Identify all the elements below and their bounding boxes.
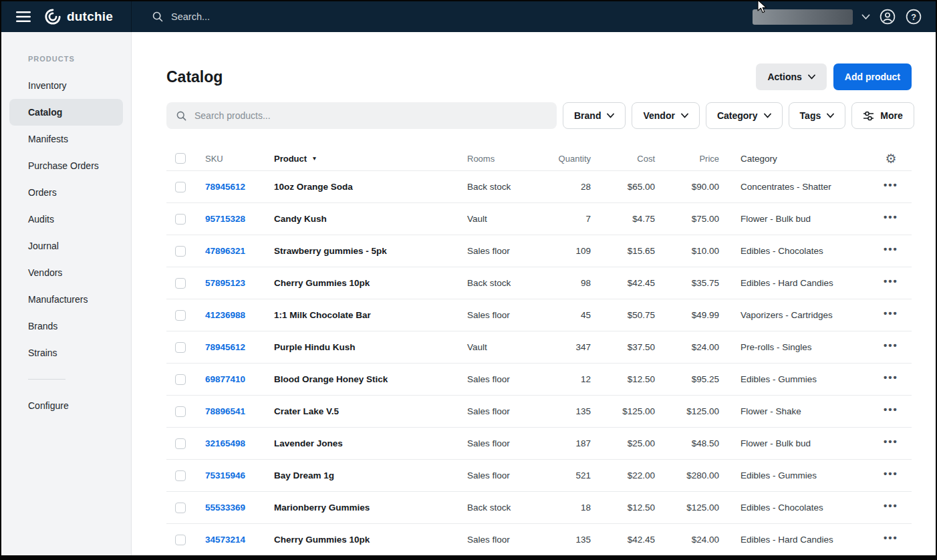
price-value: $10.00 bbox=[655, 246, 719, 256]
actions-button[interactable]: Actions bbox=[756, 63, 826, 90]
cost-value: $4.75 bbox=[591, 214, 655, 224]
chevron-down-icon[interactable] bbox=[861, 14, 870, 20]
sku-link[interactable]: 95715328 bbox=[205, 214, 245, 224]
quantity-value: 135 bbox=[544, 535, 591, 545]
column-header-product[interactable]: Product ▼ bbox=[274, 154, 467, 164]
row-checkbox[interactable] bbox=[175, 535, 186, 545]
row-actions-button[interactable]: ••• bbox=[884, 340, 898, 354]
sort-desc-icon: ▼ bbox=[311, 155, 317, 162]
sku-link[interactable]: 32165498 bbox=[205, 438, 245, 448]
quantity-value: 28 bbox=[544, 182, 591, 192]
row-checkbox[interactable] bbox=[175, 374, 186, 385]
sidebar-item-label: Purchase Orders bbox=[28, 160, 99, 171]
sku-link[interactable]: 69877410 bbox=[205, 374, 245, 384]
select-all-checkbox[interactable] bbox=[175, 153, 186, 164]
table-row: 78945612 Purple Hindu Kush Vault 347 $37… bbox=[166, 331, 912, 363]
cost-value: $125.00 bbox=[591, 406, 655, 416]
sku-link[interactable]: 47896321 bbox=[205, 246, 245, 256]
sidebar-item-purchase-orders[interactable]: Purchase Orders bbox=[9, 152, 123, 179]
sku-link[interactable]: 75315946 bbox=[205, 470, 245, 480]
row-checkbox[interactable] bbox=[175, 406, 186, 417]
search-icon bbox=[176, 110, 187, 122]
product-search-input[interactable] bbox=[194, 110, 547, 121]
quantity-value: 521 bbox=[544, 470, 591, 480]
category-value: Pre-rolls - Singles bbox=[719, 342, 870, 352]
column-header-sku[interactable]: SKU bbox=[205, 154, 274, 164]
more-filters-button[interactable]: More bbox=[851, 102, 914, 129]
sku-link[interactable]: 41236988 bbox=[205, 310, 245, 320]
price-value: $35.75 bbox=[655, 278, 719, 288]
row-checkbox[interactable] bbox=[175, 246, 186, 257]
column-header-category[interactable]: Category bbox=[719, 154, 870, 164]
sidebar-item-manifests[interactable]: Manifests bbox=[9, 126, 123, 152]
row-actions-button[interactable]: ••• bbox=[884, 436, 898, 450]
row-actions-button[interactable]: ••• bbox=[884, 501, 898, 515]
dutchie-logo[interactable]: dutchie bbox=[44, 8, 113, 25]
row-actions-button[interactable]: ••• bbox=[884, 404, 898, 418]
sidebar-item-inventory[interactable]: Inventory bbox=[9, 72, 123, 99]
sku-link[interactable]: 55533369 bbox=[205, 503, 245, 513]
sku-link[interactable]: 78945612 bbox=[205, 182, 245, 192]
help-icon[interactable]: ? bbox=[905, 8, 922, 25]
row-actions-button[interactable]: ••• bbox=[884, 212, 898, 226]
add-product-button[interactable]: Add product bbox=[833, 63, 912, 90]
quantity-value: 347 bbox=[544, 342, 591, 352]
sku-link[interactable]: 78896541 bbox=[205, 406, 245, 416]
location-selector[interactable] bbox=[753, 9, 853, 25]
filter-category-button[interactable]: Category bbox=[706, 102, 783, 129]
row-actions-button[interactable]: ••• bbox=[884, 533, 898, 547]
row-actions-button[interactable]: ••• bbox=[884, 180, 898, 194]
sku-link[interactable]: 78945612 bbox=[205, 342, 245, 352]
category-value: Flower - Bulk bud bbox=[719, 438, 870, 448]
page-header: Catalog Actions Add product bbox=[166, 63, 912, 90]
sidebar-item-manufacturers[interactable]: Manufacturers bbox=[9, 286, 123, 313]
logo-text: dutchie bbox=[67, 9, 113, 24]
sidebar-item-brands[interactable]: Brands bbox=[9, 313, 123, 339]
sidebar-item-strains[interactable]: Strains bbox=[9, 339, 123, 366]
row-checkbox[interactable] bbox=[175, 342, 186, 353]
row-checkbox[interactable] bbox=[175, 214, 186, 225]
quantity-value: 45 bbox=[544, 310, 591, 320]
sidebar-item-label: Orders bbox=[28, 187, 57, 198]
row-checkbox[interactable] bbox=[175, 503, 186, 513]
table-row: 32165498 Lavender Jones Sales floor 187 … bbox=[166, 427, 912, 459]
row-actions-button[interactable]: ••• bbox=[884, 308, 898, 322]
row-checkbox[interactable] bbox=[175, 310, 186, 321]
row-actions-button[interactable]: ••• bbox=[884, 372, 898, 386]
product-search[interactable] bbox=[166, 102, 557, 129]
sidebar-item-catalog[interactable]: Catalog bbox=[9, 99, 123, 126]
filter-vendor-button[interactable]: Vendor bbox=[632, 102, 699, 129]
category-value: Edibles - Hard Candies bbox=[719, 535, 870, 545]
column-header-cost[interactable]: Cost bbox=[591, 154, 655, 164]
row-checkbox[interactable] bbox=[175, 278, 186, 289]
sidebar-item-orders[interactable]: Orders bbox=[9, 179, 123, 206]
sidebar-item-journal[interactable]: Journal bbox=[9, 233, 123, 259]
hamburger-menu-icon[interactable] bbox=[16, 11, 31, 22]
sku-link[interactable]: 57895123 bbox=[205, 278, 245, 288]
search-icon bbox=[152, 11, 164, 23]
user-account-icon[interactable] bbox=[879, 8, 896, 25]
column-header-rooms[interactable]: Rooms bbox=[467, 154, 544, 164]
product-name: Purple Hindu Kush bbox=[274, 342, 467, 352]
sidebar-item-configure[interactable]: Configure bbox=[9, 392, 123, 419]
filter-brand-button[interactable]: Brand bbox=[563, 102, 626, 129]
column-header-price[interactable]: Price bbox=[655, 154, 719, 164]
column-header-quantity[interactable]: Quantity bbox=[544, 154, 591, 164]
global-search-input[interactable] bbox=[171, 11, 452, 22]
price-value: $280.00 bbox=[655, 470, 719, 480]
sidebar-item-audits[interactable]: Audits bbox=[9, 206, 123, 233]
sidebar-item-vendors[interactable]: Vendors bbox=[9, 259, 123, 286]
filter-tags-button[interactable]: Tags bbox=[789, 102, 846, 129]
column-settings-icon[interactable]: ⚙ bbox=[870, 151, 912, 166]
price-value: $125.00 bbox=[655, 406, 719, 416]
chevron-down-icon bbox=[827, 113, 834, 118]
row-actions-button[interactable]: ••• bbox=[884, 244, 898, 258]
global-search[interactable] bbox=[152, 11, 753, 23]
row-checkbox[interactable] bbox=[175, 470, 186, 481]
row-checkbox[interactable] bbox=[175, 438, 186, 449]
sku-link[interactable]: 34573214 bbox=[205, 535, 245, 545]
row-actions-button[interactable]: ••• bbox=[884, 276, 898, 290]
row-checkbox[interactable] bbox=[175, 182, 186, 192]
cost-value: $50.75 bbox=[591, 310, 655, 320]
row-actions-button[interactable]: ••• bbox=[884, 468, 898, 482]
